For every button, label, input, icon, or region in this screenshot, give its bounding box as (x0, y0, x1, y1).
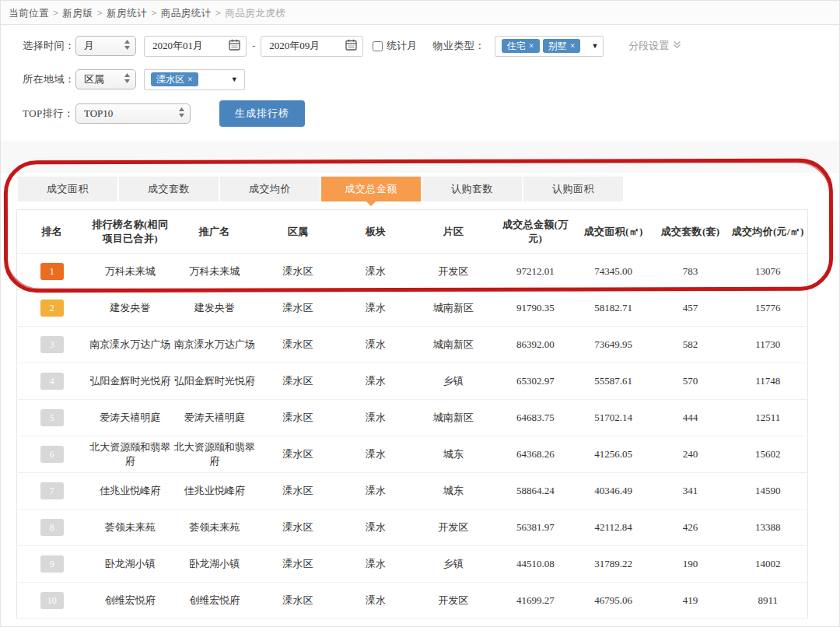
generate-ranking-button[interactable]: 生成排行榜 (219, 100, 305, 127)
rank-badge: 8 (40, 519, 64, 536)
district-cell: 溧水区 (255, 327, 341, 363)
sqm-cell: 51702.14 (575, 400, 653, 436)
up-down-arrows-icon (124, 72, 131, 87)
promo-name-cell: 卧龙湖小镇 (173, 546, 255, 583)
tag-label: 住宅 (507, 40, 526, 51)
units-cell: 582 (653, 327, 729, 363)
property-type-tag[interactable]: 别墅× (543, 39, 581, 53)
units-cell: 783 (653, 254, 729, 290)
area-cell: 开发区 (411, 583, 496, 619)
district-cell: 溧水区 (255, 400, 341, 436)
area-cell: 城南新区 (411, 327, 496, 363)
page: 当前位置>新房版>新房统计>商品房统计>商品房龙虎榜 选择时间： 月 2020年… (0, 0, 840, 627)
table-row: 4弘阳金辉时光悦府弘阳金辉时光悦府溧水区溧水乡镇65302.9755587.61… (17, 363, 808, 400)
remove-tag-icon[interactable]: × (187, 74, 193, 85)
breadcrumb-separator: > (151, 8, 157, 19)
district-cell: 溧水区 (255, 436, 341, 473)
sqm-cell: 55587.61 (575, 363, 653, 400)
ranking-table: 排名 排行榜名称(相同项目已合并) 推广名 区属 板块 片区 成交总金额(万元)… (16, 209, 808, 619)
rank-badge: 9 (40, 555, 64, 573)
area-cell: 乡镇 (411, 363, 496, 400)
units-cell: 570 (653, 363, 729, 400)
remove-tag-icon[interactable]: × (529, 40, 534, 51)
project-name-cell: 建发央誉 (86, 290, 173, 327)
top-select[interactable]: TOP10 (75, 103, 191, 124)
district-cell: 溧水区 (255, 583, 341, 619)
caret-down-icon[interactable]: ▼ (231, 75, 238, 83)
up-down-arrows-icon (124, 39, 131, 54)
rank-cell: 7 (17, 473, 87, 510)
project-name-cell: 创维宏悦府 (86, 583, 173, 619)
tab-deal-avg-price[interactable]: 成交均价 (220, 177, 320, 201)
breadcrumb-item[interactable]: 新房统计 (107, 8, 147, 19)
plate-cell: 溧水 (341, 583, 411, 619)
promo-name-cell: 爱涛天禧明庭 (173, 400, 255, 436)
promo-name-cell: 创维宏悦府 (173, 583, 255, 619)
tab-subscribe-units[interactable]: 认购套数 (422, 177, 522, 201)
project-name-cell: 佳兆业悦峰府 (86, 473, 173, 510)
tag-label: 别墅 (548, 40, 567, 51)
amount-cell: 86392.00 (496, 327, 575, 363)
region-type-select[interactable]: 区属 (75, 69, 136, 89)
units-cell: 419 (653, 583, 729, 619)
divider (1, 24, 839, 25)
amount-cell: 91790.35 (496, 290, 575, 327)
table-row: 2建发央誉建发央誉溧水区溧水城南新区91790.3558182.71457157… (17, 290, 808, 327)
sqm-cell: 42112.84 (575, 510, 653, 546)
avg-price-cell: 15776 (729, 290, 808, 327)
tag-label: 溧水区 (156, 74, 184, 85)
sqm-cell: 74345.00 (575, 254, 653, 290)
promo-name-cell: 北大资源颐和翡翠府 (173, 436, 255, 473)
breadcrumb-item[interactable]: 商品房统计 (161, 8, 212, 19)
breadcrumb-separator: > (215, 8, 222, 19)
property-type-multiselect[interactable]: 住宅× 别墅× ▼ (495, 36, 604, 57)
stat-month-label: 统计月 (387, 39, 417, 53)
district-cell: 溧水区 (255, 473, 341, 510)
caret-down-icon[interactable]: ▼ (591, 42, 598, 50)
stat-month-checkbox[interactable] (373, 41, 383, 51)
top-filter-row: TOP排行： TOP10 生成排行榜 (23, 103, 305, 124)
rank-badge: 1 (40, 263, 64, 280)
amount-cell: 64683.75 (496, 400, 575, 436)
column-header-amount: 成交总金额(万元) (496, 210, 575, 254)
tab-deal-total-amount[interactable]: 成交总金额 (321, 177, 421, 201)
project-name-cell: 爱涛天禧明庭 (86, 400, 173, 436)
avg-price-cell: 13388 (729, 510, 808, 546)
segment-settings-link[interactable]: 分段设置 (628, 39, 681, 53)
column-header-area: 片区 (411, 210, 496, 254)
rank-cell: 1 (17, 254, 87, 290)
project-name-cell: 弘阳金辉时光悦府 (86, 363, 173, 400)
avg-price-cell: 8911 (729, 583, 808, 619)
rank-cell: 10 (17, 583, 87, 619)
plate-cell: 溧水 (341, 400, 411, 436)
units-cell: 190 (653, 546, 729, 583)
sqm-cell: 58182.71 (575, 290, 653, 327)
rank-cell: 3 (17, 327, 87, 363)
promo-name-cell: 万科未来城 (173, 254, 255, 290)
start-date-value: 2020年01月 (152, 39, 203, 53)
units-cell: 444 (653, 400, 729, 436)
area-cell: 乡镇 (411, 546, 496, 583)
table-header-row: 排名 排行榜名称(相同项目已合并) 推广名 区属 板块 片区 成交总金额(万元)… (17, 210, 808, 254)
property-type-tag[interactable]: 住宅× (502, 39, 540, 53)
district-cell: 溧水区 (255, 510, 341, 546)
stat-month-option[interactable]: 统计月 (373, 39, 417, 53)
breadcrumb-item[interactable]: 新房版 (63, 8, 93, 19)
rank-cell: 6 (17, 436, 87, 473)
calendar-icon (229, 39, 240, 54)
tab-deal-area[interactable]: 成交面积 (18, 177, 117, 201)
tab-deal-units[interactable]: 成交套数 (119, 177, 219, 201)
start-date-input[interactable]: 2020年01月 (144, 36, 247, 57)
remove-tag-icon[interactable]: × (570, 40, 576, 51)
breadcrumb-current: 商品房龙虎榜 (225, 8, 285, 19)
table-row: 10创维宏悦府创维宏悦府溧水区溧水开发区41699.2746795.064198… (17, 583, 808, 619)
region-tag[interactable]: 溧水区× (151, 72, 198, 86)
end-date-value: 2020年09月 (269, 39, 320, 53)
region-multiselect[interactable]: 溧水区× ▼ (144, 69, 245, 90)
column-header-plate: 板块 (341, 210, 411, 254)
breadcrumb-separator: > (97, 8, 103, 19)
units-cell: 341 (653, 473, 729, 510)
time-granularity-select[interactable]: 月 (75, 36, 136, 56)
end-date-input[interactable]: 2020年09月 (261, 36, 363, 57)
tab-subscribe-area[interactable]: 认购面积 (523, 177, 623, 201)
